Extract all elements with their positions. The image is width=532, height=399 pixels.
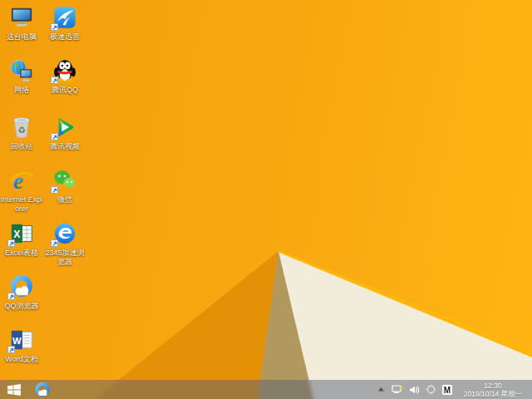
wechat-bubbles-icon	[52, 168, 77, 193]
excel-icon: X	[9, 221, 34, 246]
icon-label: QQ浏览器	[4, 302, 38, 311]
qq-penguin-icon	[52, 58, 77, 83]
svg-text:X: X	[13, 229, 21, 240]
shortcut-arrow-icon	[51, 186, 58, 194]
input-indicator-icon[interactable]	[425, 383, 436, 397]
icon-label: 回收站	[11, 142, 33, 151]
shortcut-arrow-icon	[51, 239, 58, 247]
ime-mode-icon[interactable]: M	[441, 383, 453, 397]
desktop-icon-thunder-speed[interactable]: 极速迅雷	[43, 5, 86, 42]
network-status-icon[interactable]	[392, 383, 403, 397]
desktop-icon-internet-explorer[interactable]: e Internet Explorer	[0, 168, 43, 213]
icon-label: Word文档	[5, 355, 37, 364]
desktop-icon-excel[interactable]: X Excel表格	[0, 221, 43, 258]
desktop-icon-this-pc[interactable]: 这台电脑	[0, 5, 43, 42]
icon-label: Internet Explorer	[0, 195, 43, 213]
qq-browser-icon	[9, 274, 34, 299]
taskbar-clock[interactable]: 12:30 2019/10/14 星期一	[458, 382, 528, 398]
desktop-icon-word[interactable]: W Word文档	[0, 328, 43, 364]
shortcut-arrow-icon	[51, 23, 58, 31]
taskbar: M 12:30 2019/10/14 星期一	[0, 380, 532, 399]
shortcut-arrow-icon	[51, 133, 58, 140]
shortcut-arrow-icon	[51, 76, 58, 84]
word-icon: W	[9, 328, 34, 352]
recycle-bin-icon: ♻	[9, 115, 34, 140]
clock-date: 2019/10/14 星期一	[464, 390, 522, 398]
clock-time: 12:30	[484, 382, 501, 390]
icon-label: 腾讯视频	[50, 142, 80, 151]
windows-logo-icon	[7, 384, 21, 396]
desktop-icon-tencent-qq[interactable]: 腾讯QQ	[43, 58, 86, 95]
thunder-bird-icon	[52, 5, 77, 30]
shortcut-arrow-icon	[7, 346, 15, 353]
this-pc-icon	[9, 5, 34, 30]
show-hidden-icons-button[interactable]	[375, 383, 387, 397]
icon-label: 网络	[14, 86, 29, 95]
system-tray: M 12:30 2019/10/14 星期一	[375, 380, 532, 399]
icon-label: 极速迅雷	[50, 32, 80, 42]
desktop-icon-tencent-video[interactable]: 腾讯视频	[43, 115, 86, 151]
icon-label: 微信	[57, 195, 72, 204]
network-globe-icon	[9, 58, 34, 83]
qq-browser-icon	[34, 382, 51, 398]
desktop-icon-2345-browser[interactable]: 2345加速浏览器	[43, 221, 86, 266]
svg-text:♻: ♻	[17, 126, 25, 135]
2345-browser-icon	[52, 221, 77, 246]
tencent-video-play-icon	[52, 115, 77, 140]
icon-label: 2345加速浏览器	[43, 249, 86, 266]
icon-label: 腾讯QQ	[52, 86, 78, 95]
desktop-icon-network[interactable]: 网络	[0, 58, 43, 95]
volume-icon[interactable]	[408, 383, 420, 397]
desktop-icon-recycle-bin[interactable]: ♻ 回收站	[0, 115, 43, 151]
taskbar-pinned-qq-browser[interactable]	[28, 380, 57, 399]
desktop-icon-wechat[interactable]: 微信	[43, 168, 86, 204]
desktop-icon-qq-browser[interactable]: QQ浏览器	[0, 274, 43, 311]
shortcut-arrow-icon	[7, 239, 15, 247]
icon-label: 这台电脑	[7, 32, 37, 42]
shortcut-arrow-icon	[7, 293, 15, 300]
start-button[interactable]	[0, 380, 28, 399]
icon-label: Excel表格	[5, 249, 38, 258]
svg-text:W: W	[12, 336, 22, 346]
internet-explorer-icon: e	[9, 168, 34, 193]
desktop: 这台电脑 极速迅雷	[0, 0, 532, 399]
svg-text:M: M	[444, 385, 451, 394]
